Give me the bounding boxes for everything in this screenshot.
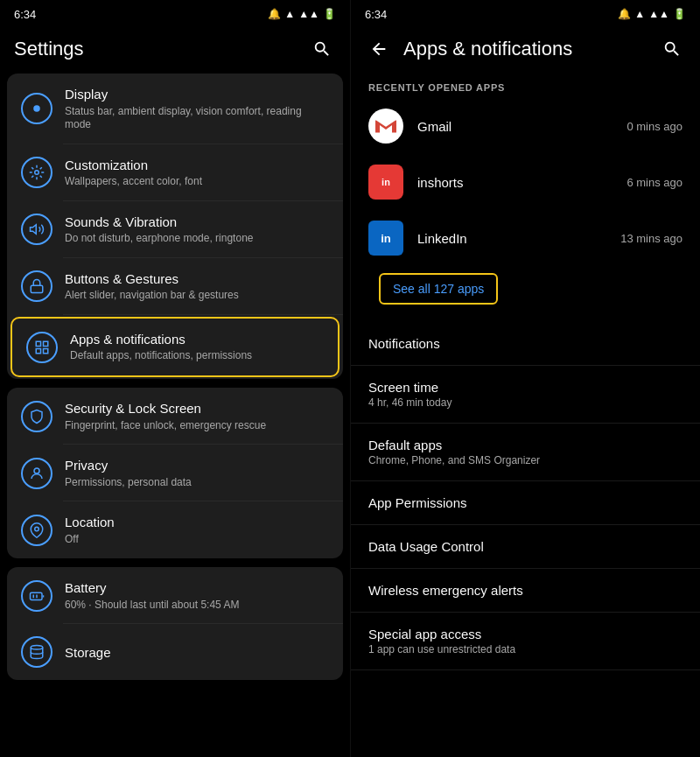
svg-point-1 xyxy=(35,171,39,175)
back-button[interactable] xyxy=(365,35,393,63)
menu-item-wireless-alerts[interactable]: Wireless emergency alerts xyxy=(351,569,700,613)
menu-item-data-usage[interactable]: Data Usage Control xyxy=(351,525,700,569)
left-panel: 6:34 🔔 ▲ ▲▲ 🔋 Settings Display xyxy=(0,0,350,757)
settings-item-privacy[interactable]: Privacy Permissions, personal data xyxy=(7,445,343,501)
default-apps-title: Default apps xyxy=(368,438,682,452)
gmail-name: Gmail xyxy=(417,119,626,134)
svg-rect-2 xyxy=(31,286,43,293)
security-subtitle: Fingerprint, face unlock, emergency resc… xyxy=(65,419,266,433)
settings-item-gestures[interactable]: Buttons & Gestures Alert slider, navigat… xyxy=(7,258,343,315)
screen-time-subtitle: 4 hr, 46 min today xyxy=(368,396,682,409)
right-header-left: Apps & notifications xyxy=(365,35,572,63)
storage-text: Storage xyxy=(65,644,111,662)
left-time: 6:34 xyxy=(14,8,36,21)
storage-title: Storage xyxy=(65,644,111,662)
app-item-linkedin[interactable]: in LinkedIn 13 mins ago xyxy=(351,210,700,266)
inshorts-time: 6 mins ago xyxy=(626,176,682,189)
display-icon xyxy=(21,93,52,124)
svg-rect-4 xyxy=(44,341,48,346)
battery-title: Battery xyxy=(65,579,239,597)
settings-item-sounds[interactable]: Sounds & Vibration Do not disturb, earph… xyxy=(7,201,343,258)
menu-item-special-access[interactable]: Special app access 1 app can use unrestr… xyxy=(351,613,700,670)
left-search-button[interactable] xyxy=(308,35,336,63)
data-usage-title: Data Usage Control xyxy=(368,539,682,554)
right-search-button[interactable] xyxy=(658,35,686,63)
inshorts-icon: in xyxy=(368,165,403,200)
customization-title: Customization xyxy=(65,157,202,174)
settings-item-display[interactable]: Display Status bar, ambient display, vis… xyxy=(7,74,343,144)
mute-icon: 🔔 xyxy=(268,8,281,20)
svg-point-7 xyxy=(34,468,39,473)
sounds-text: Sounds & Vibration Do not disturb, earph… xyxy=(65,214,253,246)
mute-icon-r: 🔔 xyxy=(618,8,631,20)
battery-circle-icon xyxy=(21,580,52,612)
menu-item-screen-time[interactable]: Screen time 4 hr, 46 min today xyxy=(351,366,700,424)
settings-item-location[interactable]: Location Off xyxy=(7,501,343,558)
left-page-title: Settings xyxy=(14,38,84,60)
storage-icon xyxy=(21,636,52,668)
settings-group-2: Security & Lock Screen Fingerprint, face… xyxy=(7,388,343,558)
svg-rect-6 xyxy=(44,348,48,353)
gestures-icon xyxy=(21,270,52,302)
gestures-title: Buttons & Gestures xyxy=(65,270,239,288)
linkedin-time: 13 mins ago xyxy=(620,232,682,245)
sounds-title: Sounds & Vibration xyxy=(65,214,253,231)
app-item-inshorts[interactable]: in inshorts 6 mins ago xyxy=(351,154,700,210)
menu-item-notifications[interactable]: Notifications xyxy=(351,322,700,366)
signal-icon-r: ▲▲ xyxy=(648,8,669,20)
recently-opened-label: RECENTLY OPENED APPS xyxy=(351,74,700,98)
gestures-subtitle: Alert slider, navigation bar & gestures xyxy=(65,289,239,303)
signal-icon: ▲▲ xyxy=(298,8,319,20)
security-icon xyxy=(21,401,52,432)
settings-item-battery[interactable]: Battery 60% · Should last until about 5:… xyxy=(7,567,343,624)
settings-group-3: Battery 60% · Should last until about 5:… xyxy=(7,567,343,680)
svg-rect-3 xyxy=(36,341,40,346)
settings-item-storage[interactable]: Storage xyxy=(7,624,343,680)
linkedin-name: LinkedIn xyxy=(417,231,620,246)
svg-point-10 xyxy=(31,646,43,650)
display-subtitle: Status bar, ambient display, vision comf… xyxy=(65,105,329,132)
gmail-icon xyxy=(368,109,403,144)
inshorts-name: inshorts xyxy=(417,175,626,190)
customization-subtitle: Wallpapers, accent color, font xyxy=(65,175,202,189)
apps-subtitle: Default apps, notifications, permissions xyxy=(70,349,252,363)
sounds-subtitle: Do not disturb, earphone mode, ringtone xyxy=(65,232,253,246)
apps-text: Apps & notifications Default apps, notif… xyxy=(70,331,252,363)
right-status-bar: 6:34 🔔 ▲ ▲▲ 🔋 xyxy=(351,0,700,25)
settings-item-security[interactable]: Security & Lock Screen Fingerprint, face… xyxy=(7,388,343,445)
right-time: 6:34 xyxy=(365,8,387,21)
privacy-icon xyxy=(21,458,52,489)
settings-item-customization[interactable]: Customization Wallpapers, accent color, … xyxy=(7,144,343,201)
location-subtitle: Off xyxy=(65,533,115,547)
location-text: Location Off xyxy=(65,514,115,546)
left-settings-list: Display Status bar, ambient display, vis… xyxy=(0,74,350,757)
default-apps-subtitle: Chrome, Phone, and SMS Organizer xyxy=(368,454,682,466)
privacy-title: Privacy xyxy=(65,457,192,474)
customization-text: Customization Wallpapers, accent color, … xyxy=(65,157,202,189)
wifi-icon: ▲ xyxy=(284,8,295,20)
special-access-subtitle: 1 app can use unrestricted data xyxy=(368,643,682,655)
battery-icon-r: 🔋 xyxy=(673,8,686,20)
right-status-icons: 🔔 ▲ ▲▲ 🔋 xyxy=(618,8,686,20)
see-all-button[interactable]: See all 127 apps xyxy=(379,273,498,305)
location-icon xyxy=(21,515,52,546)
right-page-title: Apps & notifications xyxy=(403,38,572,60)
app-permissions-title: App Permissions xyxy=(368,495,682,510)
right-page-header: Apps & notifications xyxy=(351,25,700,74)
apps-title: Apps & notifications xyxy=(70,331,252,348)
menu-item-app-permissions[interactable]: App Permissions xyxy=(351,481,700,525)
app-item-gmail[interactable]: Gmail 0 mins ago xyxy=(351,98,700,154)
svg-point-8 xyxy=(35,527,39,531)
menu-item-default-apps[interactable]: Default apps Chrome, Phone, and SMS Orga… xyxy=(351,424,700,481)
wireless-alerts-title: Wireless emergency alerts xyxy=(368,583,682,598)
security-title: Security & Lock Screen xyxy=(65,400,266,417)
linkedin-icon: in xyxy=(368,221,403,256)
left-page-header: Settings xyxy=(0,25,350,74)
right-content: RECENTLY OPENED APPS Gmail 0 mins ago in… xyxy=(351,74,700,757)
customization-icon xyxy=(21,157,52,188)
left-status-bar: 6:34 🔔 ▲ ▲▲ 🔋 xyxy=(0,0,350,25)
gmail-time: 0 mins ago xyxy=(626,120,682,133)
battery-text: Battery 60% · Should last until about 5:… xyxy=(65,579,239,612)
settings-group-1: Display Status bar, ambient display, vis… xyxy=(7,74,343,379)
settings-item-apps[interactable]: Apps & notifications Default apps, notif… xyxy=(10,317,340,377)
